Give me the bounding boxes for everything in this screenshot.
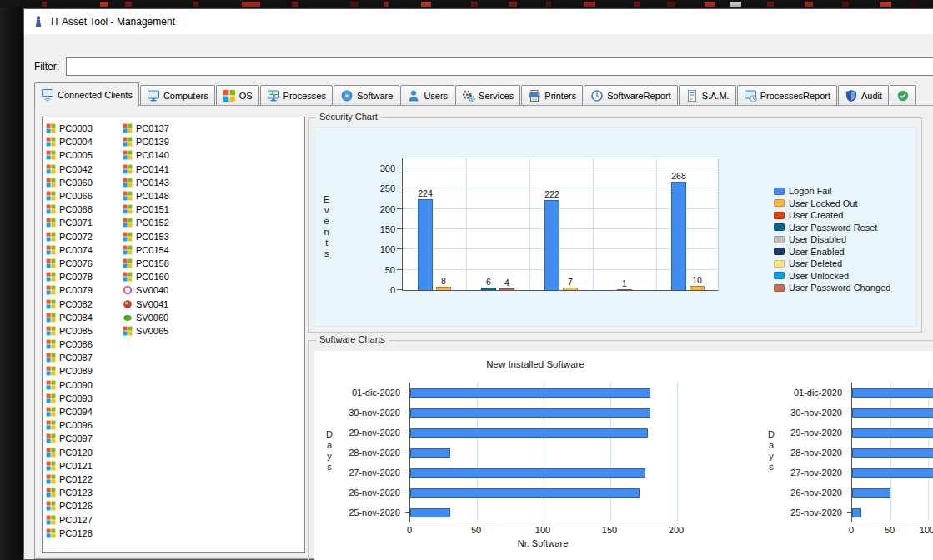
windows-icon: [123, 326, 133, 336]
client-item-pc0076[interactable]: PC0076: [46, 257, 118, 270]
client-item-pc0153[interactable]: PC0153: [123, 230, 194, 243]
client-item-pc0141[interactable]: PC0141: [123, 162, 194, 176]
tab-softwarereport[interactable]: SoftwareReport: [584, 85, 677, 106]
client-item-pc0152[interactable]: PC0152: [123, 216, 194, 229]
tab-audit[interactable]: Audit: [838, 85, 889, 106]
client-item-pc0148[interactable]: PC0148: [123, 189, 194, 202]
client-item-pc0160[interactable]: PC0160: [123, 270, 194, 283]
legend-item: User Unlocked: [774, 271, 890, 281]
y-tick-label: 200: [364, 204, 395, 214]
tab-partial[interactable]: [890, 85, 916, 106]
windows-icon: [123, 245, 133, 255]
legend-label: User Disabled: [789, 234, 846, 244]
tab-strip: Connected ClientsComputersOSProcessesSof…: [34, 82, 933, 106]
client-item-pc0127[interactable]: PC0127: [46, 512, 118, 526]
tab-os[interactable]: OS: [216, 85, 259, 106]
client-item-pc0079[interactable]: PC0079: [46, 283, 118, 297]
bar: [852, 428, 933, 438]
tab-connected-clients[interactable]: Connected Clients: [34, 82, 139, 106]
client-item-pc0154[interactable]: PC0154: [123, 243, 194, 257]
windows-icon: [46, 285, 56, 295]
client-item-pc0094[interactable]: PC0094: [46, 405, 118, 418]
x-tick-label: 50: [877, 525, 902, 535]
client-item-pc0137[interactable]: PC0137: [123, 122, 194, 135]
client-item-pc0071[interactable]: PC0071: [46, 216, 118, 229]
client-item-pc0086[interactable]: PC0086: [46, 338, 118, 351]
monitor-activity-icon: [267, 89, 280, 102]
bar: [410, 428, 648, 438]
tab-processes[interactable]: Processes: [260, 85, 333, 106]
client-item-pc0143[interactable]: PC0143: [123, 176, 194, 189]
client-item-pc0082[interactable]: PC0082: [46, 297, 118, 310]
tab-processesreport[interactable]: ProcessesReport: [737, 85, 837, 106]
client-item-pc0089[interactable]: PC0089: [46, 364, 118, 378]
client-item-pc0072[interactable]: PC0072: [46, 230, 118, 243]
bar-value-label: 7: [568, 277, 573, 287]
category-label: 01-dic-2020: [336, 382, 404, 402]
client-item-pc0090[interactable]: PC0090: [46, 378, 118, 392]
client-item-pc0121[interactable]: PC0121: [46, 459, 118, 472]
y-tick-label: 100: [364, 244, 395, 254]
client-item-pc0139[interactable]: PC0139: [123, 135, 194, 148]
bar-value-label: 224: [418, 188, 433, 198]
partial-icon: [896, 89, 910, 102]
client-item-pc0093[interactable]: PC0093: [46, 392, 118, 405]
windows-icon: [46, 488, 56, 498]
client-item-pc0126[interactable]: PC0126: [46, 499, 118, 512]
connected-clients-list[interactable]: PC0003PC0004PC0005PC0042PC0060PC0066PC00…: [42, 117, 305, 553]
tab-s-a-m[interactable]: S.A.M.: [679, 85, 736, 106]
tab-label: ProcessesReport: [760, 91, 830, 101]
client-item-pc0084[interactable]: PC0084: [46, 311, 118, 324]
client-name: PC0082: [59, 299, 93, 309]
legend-item: User Password Reset: [774, 222, 890, 232]
client-item-pc0003[interactable]: PC0003: [46, 122, 118, 135]
client-item-pc0097[interactable]: PC0097: [46, 432, 118, 445]
bar-user-password-reset: 6: [481, 277, 496, 290]
client-name: PC0154: [136, 245, 169, 255]
client-name: PC0068: [59, 204, 93, 214]
client-item-pc0120[interactable]: PC0120: [46, 446, 118, 459]
tab-services[interactable]: Services: [455, 85, 520, 106]
tab-software[interactable]: Software: [334, 85, 399, 106]
client-item-pc0060[interactable]: PC0060: [46, 176, 118, 189]
client-item-pc0128[interactable]: PC0128: [46, 527, 118, 540]
windows-icon: [123, 137, 133, 147]
windows-icon: [46, 380, 56, 390]
windows-icon: [46, 366, 56, 376]
client-item-pc0004[interactable]: PC0004: [46, 135, 118, 148]
software-chart-plot: [851, 382, 933, 522]
client-name: SV0040: [136, 285, 168, 295]
client-item-sv0060[interactable]: SV0060: [123, 311, 194, 324]
client-item-sv0041[interactable]: SV0041: [123, 297, 194, 310]
x-axis-label: Nr. Software: [851, 538, 933, 548]
client-item-sv0040[interactable]: SV0040: [123, 283, 194, 297]
client-item-pc0158[interactable]: PC0158: [123, 257, 194, 270]
background-left-strip: [0, 8, 23, 560]
client-item-sv0065[interactable]: SV0065: [123, 324, 194, 338]
client-name: PC0141: [136, 164, 169, 174]
x-axis-label: Nr. Software: [409, 538, 676, 548]
client-item-pc0068[interactable]: PC0068: [46, 202, 118, 216]
client-item-pc0096[interactable]: PC0096: [46, 418, 118, 432]
tab-users[interactable]: Users: [400, 85, 454, 106]
tab-page-connected-clients: PC0003PC0004PC0005PC0042PC0060PC0066PC00…: [34, 105, 933, 559]
client-item-pc0087[interactable]: PC0087: [46, 351, 118, 364]
y-axis-label: Events: [324, 194, 329, 259]
client-item-pc0140[interactable]: PC0140: [123, 148, 194, 162]
client-item-pc0074[interactable]: PC0074: [46, 243, 118, 257]
client-item-pc0005[interactable]: PC0005: [46, 148, 118, 162]
client-item-pc0078[interactable]: PC0078: [46, 270, 118, 283]
client-item-pc0151[interactable]: PC0151: [123, 202, 194, 216]
client-item-pc0066[interactable]: PC0066: [46, 189, 118, 202]
client-item-pc0085[interactable]: PC0085: [46, 324, 118, 338]
windows-icon: [46, 474, 56, 484]
client-item-pc0042[interactable]: PC0042: [46, 162, 118, 176]
legend-label: User Created: [789, 210, 843, 220]
client-item-pc0123[interactable]: PC0123: [46, 486, 118, 499]
tab-printers[interactable]: Printers: [521, 85, 583, 106]
tab-computers[interactable]: Computers: [140, 85, 215, 106]
filter-input[interactable]: [66, 58, 933, 76]
client-item-pc0122[interactable]: PC0122: [46, 472, 118, 486]
client-name: PC0121: [59, 461, 93, 471]
windows-icon: [46, 123, 56, 133]
